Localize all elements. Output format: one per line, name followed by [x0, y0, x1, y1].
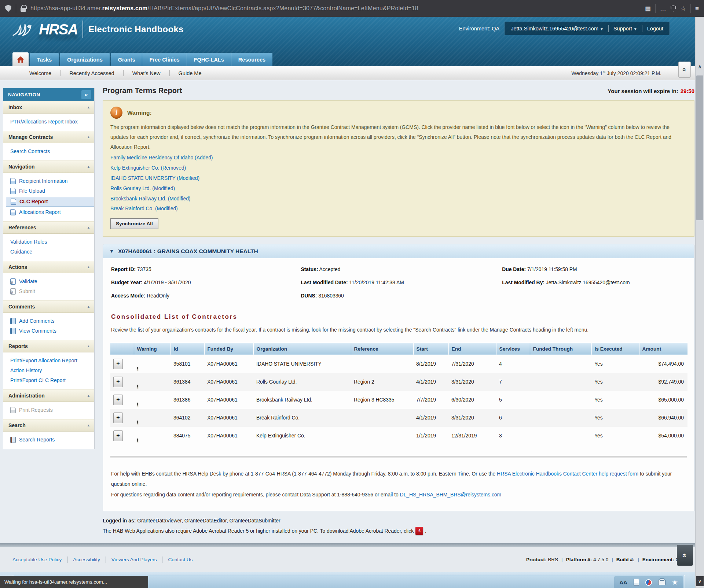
expand-row-button[interactable]: +: [113, 413, 123, 423]
sidebar-item-allocations-report[interactable]: Allocations Report: [3, 207, 94, 217]
collapse-arrow-icon[interactable]: ▲: [87, 265, 90, 269]
overflow-menu-icon[interactable]: …: [660, 5, 666, 12]
sidebar-item-validate[interactable]: Validate: [3, 277, 94, 286]
sidebar-section-navigation[interactable]: Navigation▲: [3, 160, 94, 173]
subnav-item-guide-me[interactable]: Guide Me: [170, 70, 210, 76]
provider-link-brooksbank-railway-ltd-modified[interactable]: Brooksbank Railway Ltd. (Modified): [110, 194, 191, 204]
footer-link-acceptable-use-policy[interactable]: Acceptable Use Policy: [12, 557, 62, 562]
sidebar-item-print-export-allocation-report[interactable]: Print/Export Allocation Report: [3, 356, 94, 366]
note-icon: [10, 318, 16, 324]
sidebar-item-add-comments[interactable]: Add Comments: [3, 316, 94, 326]
sidebar-item-ptr-allocations-report-inbox[interactable]: PTR/Allocations Report Inbox: [3, 117, 94, 127]
tab-grants[interactable]: Grants: [111, 53, 143, 66]
sidebar-collapse-button[interactable]: «: [81, 90, 91, 99]
divider: |: [612, 557, 613, 562]
synchronize-all-button[interactable]: Synchronize All: [110, 218, 158, 229]
sidebar-item-view-comments[interactable]: View Comments: [3, 326, 94, 336]
tab-tasks[interactable]: Tasks: [30, 53, 59, 66]
footer-link-contact-us[interactable]: Contact Us: [168, 557, 192, 562]
collapse-header-button[interactable]: «: [678, 62, 691, 78]
detail-budget-year: Budget Year: 4/1/2019 - 3/31/2020: [111, 280, 301, 285]
scrollbar-thumb[interactable]: [696, 75, 703, 220]
collapse-arrow-icon[interactable]: ▲: [87, 344, 90, 348]
subnav-item-what-s-new[interactable]: What's New: [124, 70, 169, 76]
grant-section-header[interactable]: ▼ X07HA00061 : GRAINS COAX COMMUNITY HEA…: [103, 244, 694, 258]
expand-row-button[interactable]: +: [113, 395, 123, 405]
collapse-arrow-icon[interactable]: ▲: [87, 394, 90, 397]
sidebar-section-references[interactable]: References▲: [3, 221, 94, 234]
expand-row-button[interactable]: +: [113, 359, 123, 369]
sidebar-item-file-upload[interactable]: File Upload: [3, 186, 94, 196]
provider-link-family-medicine-residency-of-idaho-added[interactable]: Family Medicine Residency Of Idaho (Adde…: [110, 153, 213, 163]
collapse-arrow-icon[interactable]: ▲: [87, 305, 90, 308]
sidebar-section-reports[interactable]: Reports▲: [3, 340, 94, 352]
footer-link-viewers-and-players[interactable]: Viewers And Players: [111, 557, 157, 562]
data-support-email-link[interactable]: DL_HS_HRSA_BHM_BRS@reisystems.com: [400, 492, 502, 498]
detail-label: DUNS:: [301, 293, 317, 299]
sidebar-item-submit: Submit: [3, 286, 94, 296]
expand-row-button[interactable]: +: [113, 430, 123, 441]
provider-link-rolls-gourlay-ltd-modified[interactable]: Rolls Gourlay Ltd. (Modified): [110, 184, 175, 194]
tab-fqhc-lals[interactable]: FQHC-LALs: [187, 53, 231, 66]
tab-resources[interactable]: Resources: [231, 53, 272, 66]
sidebar-item-action-history[interactable]: Action History: [3, 366, 94, 376]
text-size-button[interactable]: AA: [619, 579, 627, 585]
collapse-arrow-icon[interactable]: ▲: [87, 226, 90, 229]
subnav-item-welcome[interactable]: Welcome: [21, 70, 60, 76]
logout-button[interactable]: Logout: [647, 26, 663, 32]
sidebar-section-label: Comments: [8, 304, 35, 310]
warning-cell: [134, 427, 170, 445]
tab-home[interactable]: [12, 52, 29, 66]
reader-icon[interactable]: [634, 579, 639, 586]
tracking-protection-icon[interactable]: [5, 5, 11, 12]
sidebar-item-search-contracts[interactable]: Search Contracts: [3, 147, 94, 156]
sidebar-section-comments[interactable]: Comments▲: [3, 300, 94, 313]
scrollbar-up-arrow[interactable]: ∧: [696, 64, 704, 69]
scrollbar-down-arrow[interactable]: ∨: [696, 576, 704, 586]
collapse-arrow-icon[interactable]: ▲: [87, 165, 90, 169]
sidebar-item-label: Add Comments: [19, 318, 54, 325]
browser-check-icon[interactable]: [645, 579, 652, 586]
sidebar-section-search[interactable]: Search▲: [3, 419, 94, 432]
clc-section-title: Consolidated List of Contractors: [111, 313, 686, 321]
sidebar-item-print-export-clc-report[interactable]: Print/Export CLC Report: [3, 376, 94, 385]
sidebar-section-inbox[interactable]: Inbox▲: [3, 101, 94, 114]
sidebar-item-label: Action History: [10, 367, 42, 374]
sidebar-item-label: Validation Rules: [10, 238, 47, 245]
expand-row-button[interactable]: +: [113, 377, 123, 387]
collapse-arrow-icon[interactable]: ▲: [87, 424, 90, 427]
sidebar-item-guidance[interactable]: Guidance: [3, 247, 94, 257]
page-scrollbar[interactable]: ∧ ∨: [695, 17, 704, 588]
sidebar-item-recipient-information[interactable]: Recipient Information: [3, 176, 94, 186]
collapse-arrow-icon[interactable]: ▲: [87, 135, 90, 139]
provider-link-idaho-state-university-modified[interactable]: IDAHO STATE UNIVERSITY (Modified): [110, 173, 199, 184]
tab-free-clinics[interactable]: Free Clinics: [142, 53, 187, 66]
collapse-arrow-icon[interactable]: ▲: [87, 106, 90, 109]
warning-heading: Warning:: [127, 110, 152, 116]
scroll-to-top-button[interactable]: «: [677, 545, 693, 566]
protections-shield-icon[interactable]: [671, 5, 676, 12]
support-menu[interactable]: Support ▼: [613, 26, 637, 32]
lock-icon[interactable]: [21, 8, 26, 12]
favorites-star-icon[interactable]: ★: [672, 579, 678, 586]
sidebar-section-actions[interactable]: Actions▲: [3, 261, 94, 273]
provider-link-kelp-extinguisher-co-removed[interactable]: Kelp Extinguisher Co. (Removed): [110, 163, 186, 173]
sidebar-item-clc-report[interactable]: CLC Report: [6, 197, 94, 207]
subnav-item-recently-accessed[interactable]: Recently Accessed: [60, 70, 123, 76]
tab-organizations[interactable]: Organizations: [60, 53, 110, 66]
user-menu[interactable]: Jetta.Simkowitz.16955420@test.com ▼: [511, 26, 604, 32]
bookmark-star-icon[interactable]: ☆: [681, 5, 686, 12]
provider-link-break-rainford-co-modified[interactable]: Break Rainford Co. (Modified): [110, 204, 178, 214]
sidebar-section-administration[interactable]: Administration▲: [3, 389, 94, 402]
sidebar-item-search-reports[interactable]: Search Reports: [3, 435, 94, 445]
adobe-pdf-icon[interactable]: A: [415, 527, 423, 535]
footer-link-accessibility[interactable]: Accessibility: [73, 557, 100, 562]
print-button[interactable]: [658, 580, 666, 585]
help-request-form-link[interactable]: HRSA Electronic Handbooks Contact Center…: [497, 471, 638, 477]
sidebar-item-validation-rules[interactable]: Validation Rules: [3, 237, 94, 247]
sidebar-section-manage-contracts[interactable]: Manage Contracts▲: [3, 131, 94, 143]
url-bar[interactable]: https://hsa-app-utl34.amer.reisystems.co…: [30, 5, 641, 12]
column-header-funded-through: Funded Through: [530, 343, 591, 355]
reader-view-icon[interactable]: ▤: [645, 5, 651, 12]
menu-icon[interactable]: ≡: [695, 5, 699, 12]
